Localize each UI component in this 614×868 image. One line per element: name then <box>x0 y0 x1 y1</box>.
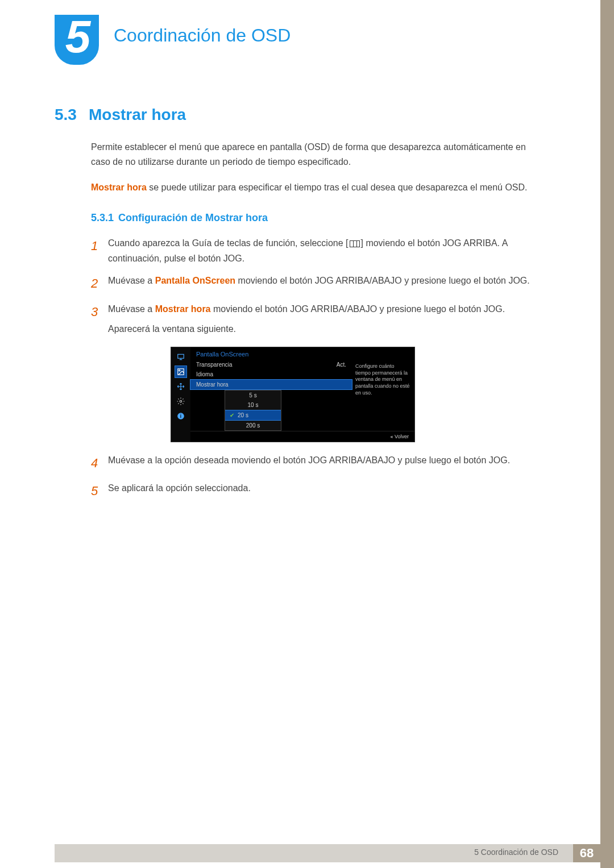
section-title: Mostrar hora <box>89 106 186 123</box>
intro-paragraph-1: Permite establecer el menú que aparece e… <box>91 140 546 169</box>
step-text: Muévase a la opción deseada moviendo el … <box>108 452 546 474</box>
menu-icon <box>350 240 360 247</box>
gear-icon <box>175 395 187 408</box>
osd-header: Pantalla OnScreen <box>190 347 414 360</box>
osd-sidebar: i <box>171 347 190 442</box>
picture-icon <box>175 366 187 378</box>
subsection-number: 5.3.1 <box>91 212 114 223</box>
step-3: 3 Muévase a Mostrar hora moviendo el bot… <box>91 301 546 337</box>
subsection-heading: 5.3.1Configuración de Mostrar hora <box>91 212 546 224</box>
osd-option: 10 s <box>225 400 281 410</box>
page-number: 68 <box>573 844 600 862</box>
step-text: Muévase a Mostrar hora moviendo el botón… <box>108 301 546 337</box>
step-number: 5 <box>91 480 108 501</box>
osd-screenshot: i Pantalla OnScreen Transparencia Act. I… <box>171 347 415 442</box>
step-number: 3 <box>91 301 108 337</box>
monitor-icon <box>175 351 187 363</box>
intro-rest: se puede utilizar para especificar el ti… <box>147 182 528 192</box>
step-text: Cuando aparezca la Guía de teclas de fun… <box>108 235 546 266</box>
osd-row-transparencia: Transparencia Act. <box>190 360 352 369</box>
step-number: 2 <box>91 273 108 294</box>
page-footer: 5 Coordinación de OSD 68 <box>0 844 614 868</box>
intro-highlight: Mostrar hora <box>91 182 147 192</box>
chapter-number-badge: 5 <box>55 15 99 65</box>
intro-paragraph-2: Mostrar hora se puede utilizar para espe… <box>91 180 546 195</box>
footer-bar: 5 Coordinación de OSD <box>55 844 600 862</box>
arrows-icon <box>175 380 187 393</box>
step-list: 1 Cuando aparezca la Guía de teclas de f… <box>91 235 546 502</box>
section-heading: 5.3Mostrar hora <box>55 106 546 124</box>
step-2: 2 Muévase a Pantalla OnScreen moviendo e… <box>91 273 546 294</box>
osd-option-selected: 20 s <box>225 410 281 421</box>
osd-row-idioma: Idioma <box>190 369 352 379</box>
osd-main: Pantalla OnScreen Transparencia Act. Idi… <box>190 347 414 442</box>
osd-row-mostrar-hora: Mostrar hora <box>190 379 352 390</box>
osd-option: 200 s <box>225 421 281 430</box>
step-5: 5 Se aplicará la opción seleccionada. <box>91 480 546 501</box>
chapter-title: Coordinación de OSD <box>114 25 291 46</box>
step-text: Se aplicará la opción seleccionada. <box>108 480 546 501</box>
info-icon: i <box>175 410 187 422</box>
footer-chapter-label: 5 Coordinación de OSD <box>474 848 558 857</box>
svg-text:i: i <box>180 414 181 419</box>
osd-option: 5 s <box>225 391 281 400</box>
section-number: 5.3 <box>55 106 89 124</box>
svg-point-5 <box>180 400 182 402</box>
osd-hint-text: Configure cuánto tiempo permanecerá la v… <box>352 360 414 431</box>
osd-back-label: Volver <box>190 431 414 442</box>
step-number: 4 <box>91 452 108 474</box>
subsection-title: Configuración de Mostrar hora <box>118 212 268 223</box>
osd-options-popup: 5 s 10 s 20 s 200 s <box>225 390 281 431</box>
step-text: Muévase a Pantalla OnScreen moviendo el … <box>108 273 546 294</box>
step-1: 1 Cuando aparezca la Guía de teclas de f… <box>91 235 546 266</box>
section-body: 5.3Mostrar hora Permite establecer el me… <box>55 106 546 509</box>
step-number: 1 <box>91 235 108 266</box>
side-margin-strip <box>600 0 614 868</box>
step-4: 4 Muévase a la opción deseada moviendo e… <box>91 452 546 474</box>
svg-point-4 <box>179 369 180 371</box>
svg-rect-0 <box>178 354 184 358</box>
